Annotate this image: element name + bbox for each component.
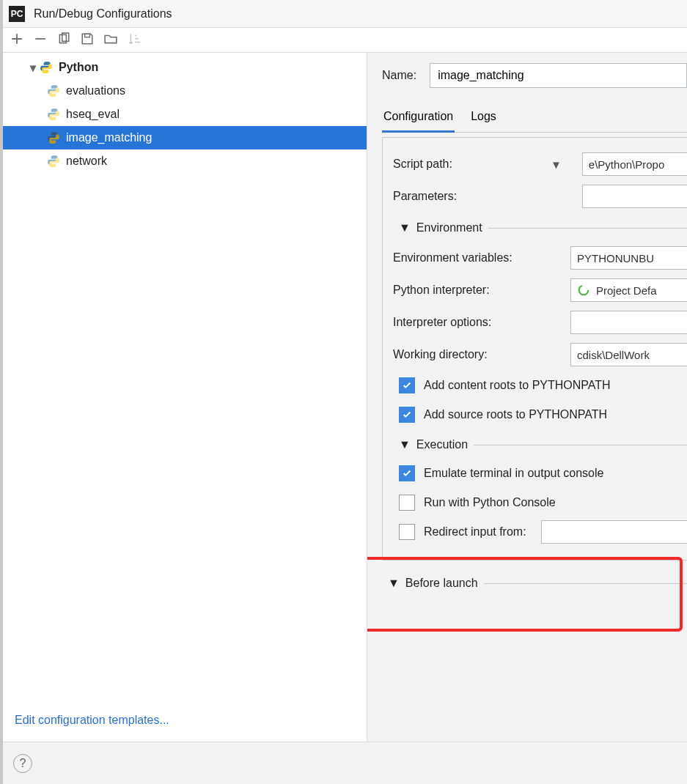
config-editor-panel: Name: Configuration Logs Script path: ▼ — [367, 53, 687, 742]
loading-icon — [577, 284, 590, 297]
split-panel: ▾ Python evaluations hseq_eval — [3, 53, 687, 742]
chevron-down-icon: ▼ — [399, 221, 411, 234]
checkbox-label: Add source roots to PYTHONPATH — [424, 408, 607, 421]
save-icon[interactable] — [81, 32, 94, 48]
tree-item-label: hseq_eval — [66, 108, 120, 121]
tree-item-label: evaluations — [66, 84, 125, 97]
window-title: Run/Debug Configurations — [34, 7, 172, 21]
dialog-window: PC Run/Debug Configurations ▾ Python — [0, 0, 687, 784]
working-dir-row: Working directory: — [393, 339, 687, 371]
edit-templates-link[interactable]: Edit configuration templates... — [3, 703, 367, 742]
interpreter-opts-row: Interpreter options: — [393, 306, 687, 339]
checkbox-redirect-input[interactable] — [399, 524, 415, 540]
env-vars-row: Environment variables: — [393, 242, 687, 274]
chevron-down-icon: ▼ — [399, 438, 411, 451]
config-tree[interactable]: ▾ Python evaluations hseq_eval — [3, 53, 367, 703]
name-row: Name: — [382, 63, 687, 88]
folder-icon[interactable] — [104, 32, 117, 48]
add-icon[interactable] — [10, 32, 23, 48]
script-path-input[interactable] — [582, 152, 687, 176]
interpreter-value: Project Defa — [596, 284, 657, 297]
interpreter-opts-label: Interpreter options: — [393, 316, 491, 329]
working-dir-label: Working directory: — [393, 348, 488, 361]
tree-item-network[interactable]: network — [3, 149, 367, 173]
tree-item-label: network — [66, 155, 107, 168]
python-icon — [47, 131, 60, 144]
checkbox-label: Run with Python Console — [424, 496, 556, 509]
parameters-input[interactable] — [582, 185, 687, 208]
copy-icon[interactable] — [57, 32, 70, 48]
tabs: Configuration Logs — [382, 107, 687, 133]
before-launch-section-header[interactable]: ▼ Before launch — [388, 572, 687, 594]
chevron-down-icon: ▼ — [388, 577, 400, 590]
tree-item-image-matching[interactable]: image_matching — [3, 126, 367, 149]
remove-icon[interactable] — [34, 32, 47, 48]
bottom-bar: ? — [3, 742, 687, 784]
python-icon — [47, 155, 60, 168]
source-roots-row[interactable]: Add source roots to PYTHONPATH — [393, 400, 687, 429]
parameters-label: Parameters: — [393, 190, 457, 203]
content-roots-row[interactable]: Add content roots to PYTHONPATH — [393, 371, 687, 400]
emulate-terminal-row[interactable]: Emulate terminal in output console — [393, 459, 687, 488]
title-bar: PC Run/Debug Configurations — [3, 0, 687, 28]
config-tree-panel: ▾ Python evaluations hseq_eval — [3, 53, 367, 742]
working-dir-input[interactable] — [570, 343, 687, 366]
tree-item-label: image_matching — [66, 131, 152, 144]
env-vars-input[interactable] — [570, 246, 687, 270]
chevron-down-icon[interactable]: ▼ — [551, 158, 562, 171]
section-title: Before launch — [405, 577, 478, 590]
dialog-body: ▾ Python evaluations hseq_eval — [3, 28, 687, 784]
interpreter-row: Python interpreter: Project Defa — [393, 274, 687, 306]
tree-node-python[interactable]: ▾ Python — [3, 56, 367, 79]
divider — [484, 583, 687, 584]
sort-icon[interactable] — [128, 32, 141, 48]
config-panel: Script path: ▼ Parameters: ▼ ▼ Environme… — [382, 137, 687, 561]
checkbox-label: Emulate terminal in output console — [424, 467, 603, 480]
tree-item-evaluations[interactable]: evaluations — [3, 79, 367, 103]
chevron-down-icon: ▾ — [28, 61, 38, 75]
interpreter-select[interactable]: Project Defa — [570, 278, 687, 302]
interpreter-opts-input[interactable] — [570, 311, 687, 334]
python-icon — [47, 84, 60, 97]
annotation-highlight — [367, 557, 683, 632]
name-label: Name: — [382, 69, 416, 82]
checkbox-label: Redirect input from: — [424, 525, 526, 539]
run-python-console-row[interactable]: Run with Python Console — [393, 488, 687, 517]
section-title: Environment — [416, 221, 482, 234]
environment-section-header[interactable]: ▼ Environment — [399, 217, 687, 239]
execution-section-header[interactable]: ▼ Execution — [399, 434, 687, 456]
env-vars-label: Environment variables: — [393, 251, 513, 265]
tree-node-label: Python — [59, 61, 98, 74]
section-title: Execution — [416, 438, 468, 451]
redirect-input-row[interactable]: Redirect input from: — [393, 517, 687, 547]
pycharm-icon: PC — [9, 6, 25, 22]
divider — [474, 445, 687, 445]
checkbox-content-roots[interactable] — [399, 377, 415, 393]
checkbox-source-roots[interactable] — [399, 407, 415, 423]
divider — [488, 228, 687, 229]
toolbar — [3, 28, 687, 53]
parameters-row: Parameters: ▼ — [393, 180, 687, 212]
checkbox-emulate-terminal[interactable] — [399, 465, 415, 481]
svg-rect-2 — [85, 34, 90, 37]
checkbox-label: Add content roots to PYTHONPATH — [424, 379, 611, 392]
interpreter-label: Python interpreter: — [393, 284, 490, 297]
svg-point-3 — [579, 286, 589, 295]
python-icon — [47, 108, 60, 121]
script-path-label: Script path: — [393, 158, 452, 171]
tab-configuration[interactable]: Configuration — [382, 107, 455, 133]
script-path-row: Script path: ▼ — [393, 148, 687, 180]
name-input[interactable] — [430, 63, 687, 88]
redirect-input-path[interactable] — [541, 520, 687, 544]
tree-item-hseq-eval[interactable]: hseq_eval — [3, 103, 367, 126]
help-icon[interactable]: ? — [13, 754, 32, 773]
tab-logs[interactable]: Logs — [469, 107, 498, 132]
checkbox-run-python-console[interactable] — [399, 495, 415, 511]
python-icon — [40, 61, 53, 74]
